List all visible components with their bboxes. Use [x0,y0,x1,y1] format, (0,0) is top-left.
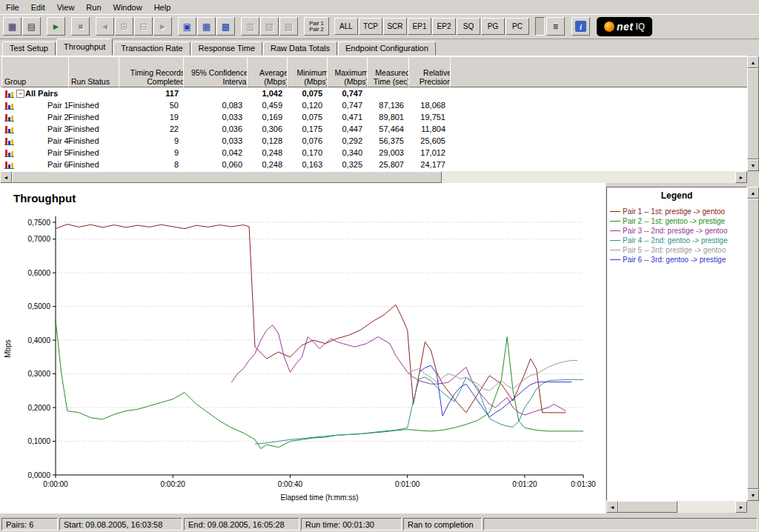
move-left-icon: ◄ [101,22,110,31]
column-header-timing-records-completed[interactable]: Timing RecordsCompleted [119,56,188,87]
cell-value: 0,340 [327,147,362,159]
tab-transaction-rate[interactable]: Transaction Rate [113,41,190,56]
tab-endpoint-configuration[interactable]: Endpoint Configuration [338,41,436,56]
menu-item-edit[interactable]: Edit [25,1,51,14]
table-row-pair-4[interactable]: Pair 4Finished90,0330,1280,0760,29256,37… [0,135,747,147]
legend-horizontal-scrollbar[interactable]: ◄► [606,501,747,513]
column-header-average-mbps[interactable]: Average(Mbps) [247,56,291,87]
cell-value: 50 [119,99,179,111]
run-status: Finished [68,159,99,170]
group-label: Pair 6 [47,159,69,170]
scroll-thumb[interactable] [747,68,759,159]
scroll-down-arrow[interactable]: ▼ [747,159,759,171]
table-horizontal-scrollbar[interactable]: ◄► [0,171,747,183]
filter-ep2-button[interactable]: EP2 [432,18,456,35]
legend-vertical-scrollbar[interactable]: ▲▼ [747,187,759,501]
cell-value: 24,177 [408,159,445,170]
run-test-button[interactable]: ► [47,17,65,36]
cell-value: 0,042 [183,147,242,159]
filter-ep1-button[interactable]: EP1 [408,18,431,35]
tab-raw-data-totals[interactable]: Raw Data Totals [263,41,337,56]
cell-value: 0,471 [327,111,362,123]
cell-value: 18,068 [408,99,445,111]
chart-option-2-icon: ▧ [265,22,274,31]
legend-item-pair-4: Pair 4 -- 2nd: gentoo -> prestige [610,236,745,245]
netiq-logo-text-2: IQ [636,21,646,32]
list-view-button[interactable]: ≡ [546,17,565,36]
menu-item-help[interactable]: Help [148,1,177,14]
scroll-thumb[interactable] [618,501,677,513]
tab-response-time[interactable]: Response Time [191,41,262,56]
scroll-thumb[interactable] [12,171,442,183]
scroll-up-arrow[interactable]: ▲ [747,187,759,199]
table-vertical-scrollbar[interactable]: ▲▼ [747,56,759,171]
column-header-label: Interval [186,77,248,86]
legend-scrollbar-corner [747,501,759,513]
link-endpoints-button[interactable]: ▩ [216,17,235,36]
filter-tcp-button[interactable]: TCP [359,18,382,35]
scroll-left-arrow[interactable]: ◄ [0,171,12,183]
column-header-relative-precision[interactable]: RelativePrecision [408,56,454,87]
collapse-expander[interactable]: − [16,90,24,98]
svg-text:0:01:30: 0:01:30 [571,480,596,488]
chart-option-2-button: ▧ [260,17,279,36]
column-header-measured-time-sec[interactable]: MeasuredTime (sec) [367,56,413,87]
cell-value: 0,170 [287,147,322,159]
scroll-left-arrow[interactable]: ◄ [606,501,618,513]
filter-pc-button[interactable]: PC [506,18,529,35]
menu-item-window[interactable]: Window [107,1,148,14]
legend-items: Pair 1 -- 1st: prestige -> gentooPair 2 … [610,207,745,265]
menu-item-view[interactable]: View [51,1,81,14]
legend-label: Pair 3 -- 2nd: prestige -> gentoo [623,227,727,235]
column-header-run-status[interactable]: Run Status [68,56,123,87]
filter-pg-button[interactable]: PG [481,18,505,35]
table-row-all-pairs[interactable]: −All Pairs1171,0420,0750,747 [0,87,747,99]
toolbar-group: ▦▤ [3,17,42,36]
save-button[interactable]: ▦ [3,17,21,36]
filter-scr-button[interactable]: SCR [383,18,407,35]
table-row-pair-1[interactable]: Pair 1Finished500,0830,4590,1200,74787,1… [0,99,747,111]
svg-text:0:00:20: 0:00:20 [161,480,186,488]
scroll-right-arrow[interactable]: ► [735,171,747,183]
group-label: Pair 2 [47,111,69,123]
table-row-pair-6[interactable]: Pair 6Finished80,0600,2480,1630,32525,80… [0,159,747,170]
cell-value: 0,083 [183,99,242,111]
column-header-group[interactable]: Group [1,56,73,87]
filter-all-button[interactable]: ALL [334,18,358,35]
column-header-maximum-mbps[interactable]: Maximum(Mbps) [327,56,371,87]
cell-value: 0,033 [183,111,242,123]
tab-test-setup[interactable]: Test Setup [2,41,56,56]
scroll-down-arrow[interactable]: ▼ [747,489,759,501]
cell-value: 25,605 [408,135,445,147]
info-button[interactable]: i [571,17,590,36]
pair-rows-button[interactable]: Pair 1Pair 2 [304,17,329,36]
cell-value: 0,075 [287,111,322,123]
cell-value: 0,033 [183,135,242,147]
filter-sq-button[interactable]: SQ [457,18,480,35]
legend-line-sample [610,240,620,241]
table-row-pair-2[interactable]: Pair 2Finished190,0330,1690,0750,47189,8… [0,111,747,123]
menu-item-file[interactable]: File [0,1,25,14]
scroll-thumb[interactable] [747,199,759,489]
column-header-label: Time (sec) [370,77,410,86]
menu-item-run[interactable]: Run [80,1,107,14]
table-row-pair-3[interactable]: Pair 3Finished220,0360,3060,1750,44757,4… [0,123,747,135]
scroll-up-arrow[interactable]: ▲ [747,56,759,68]
scroll-right-arrow[interactable]: ► [735,501,747,513]
status-start-time: Start: 09.08.2005, 16:03:58 [59,518,182,531]
column-header-label: (Mbps) [330,77,368,86]
column-header-label: Maximum [330,68,368,77]
column-header-minimum-mbps[interactable]: Minimum(Mbps) [287,56,331,87]
pair-chart-icon [4,89,14,98]
print-button[interactable]: ▤ [22,17,41,36]
legend-line-sample [610,259,620,260]
run-status: Finished [68,123,99,135]
tab-throughput[interactable]: Throughput [56,39,113,56]
table-row-pair-5[interactable]: Pair 5Finished90,0420,2480,1700,34029,00… [0,147,747,159]
add-pair-group-button[interactable]: ▦ [197,17,216,36]
legend-label: Pair 6 -- 3rd: gentoo -> prestige [623,256,726,264]
column-header-95-confidence-interval[interactable]: 95% ConfidenceInterval [183,56,251,87]
svg-text:0:00:40: 0:00:40 [278,480,303,488]
group-label: Pair 5 [47,147,69,159]
add-pair-button[interactable]: ▣ [178,17,196,36]
